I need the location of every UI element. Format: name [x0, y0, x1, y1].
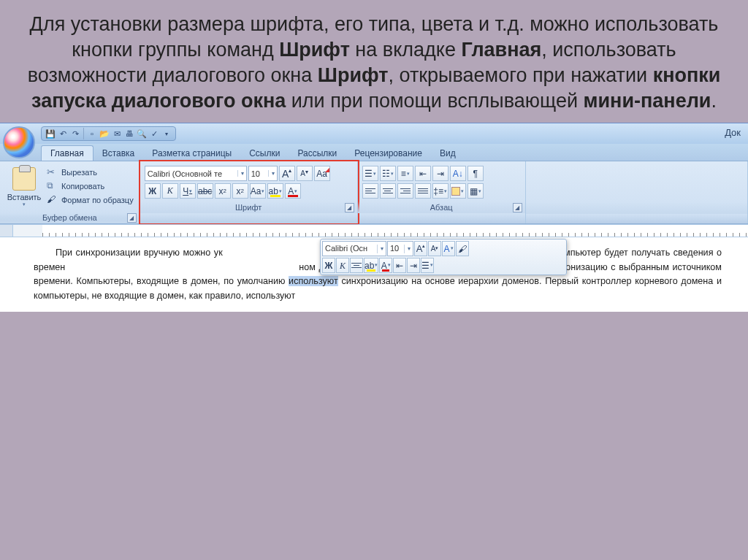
slide-description: Для установки размера шрифта, его типа, … — [16, 12, 732, 114]
bullets-button[interactable]: ☰▾ — [362, 166, 378, 181]
doc-selected-word: используют — [289, 276, 338, 286]
borders-button[interactable]: ▦▾ — [468, 183, 484, 199]
font-family-value: Calibri (Основной те — [148, 169, 222, 178]
mini-grow-font-button[interactable]: A▴ — [414, 241, 427, 256]
ribbon: Вставить ▾ Вырезать Копировать Формат по… — [0, 161, 748, 224]
format-painter-button[interactable]: Формат по образцу — [45, 193, 135, 207]
align-left-button[interactable] — [362, 183, 378, 199]
mini-bold-button[interactable]: Ж — [322, 258, 335, 273]
cut-button[interactable]: Вырезать — [45, 166, 135, 179]
mini-styles-button[interactable]: A▾ — [442, 241, 455, 256]
align-center-button[interactable] — [380, 183, 396, 199]
clipboard-icon — [12, 167, 36, 191]
paragraph-dialog-launcher[interactable]: ◢ — [513, 203, 522, 212]
increase-indent-button[interactable]: ⇥ — [432, 166, 449, 181]
qat-open-icon[interactable]: 📂 — [99, 128, 110, 139]
sort-button[interactable]: A↓ — [450, 166, 466, 181]
font-color-button[interactable]: A▾ — [285, 183, 301, 199]
bold-button[interactable]: Ж — [145, 183, 161, 199]
tab-pagelayout[interactable]: Разметка страницы — [143, 146, 240, 161]
ribbon-tabs: Главная Вставка Разметка страницы Ссылки… — [0, 144, 748, 161]
mini-font-family-combo[interactable]: Calibri (Осн▾ — [322, 241, 386, 256]
mini-font-size-combo[interactable]: 10▾ — [387, 241, 413, 256]
qat-save-icon[interactable]: 💾 — [45, 128, 56, 139]
decrease-indent-button[interactable]: ⇤ — [415, 166, 431, 181]
italic-button[interactable]: К — [162, 183, 178, 199]
mini-format-painter-button[interactable]: 🖌 — [456, 241, 469, 256]
grow-font-button[interactable]: A▴ — [279, 166, 295, 181]
titlebar: 💾 ↶ ↷ ▫ 📂 ✉ 🖶 🔍 ✓ ▾ Док — [0, 123, 748, 144]
mini-decrease-indent-button[interactable]: ⇤ — [393, 258, 406, 273]
qat-dropdown-icon[interactable]: ▾ — [161, 128, 172, 139]
superscript-button[interactable]: x2 — [232, 183, 248, 199]
copy-icon — [47, 180, 58, 192]
mini-increase-indent-button[interactable]: ⇥ — [407, 258, 420, 273]
tab-home[interactable]: Главная — [41, 145, 94, 161]
document-area[interactable]: Calibri (Осн▾ 10▾ A▴ A▾ A▾ 🖌 Ж К ab▾ A▾ … — [0, 237, 748, 312]
cut-label: Вырезать — [61, 168, 97, 177]
qat-preview-icon[interactable]: 🔍 — [136, 128, 148, 139]
copy-label: Копировать — [61, 182, 104, 191]
font-size-combo[interactable]: 10▾ — [248, 166, 278, 181]
ruler[interactable] — [0, 224, 748, 237]
qat-email-icon[interactable]: ✉ — [111, 128, 123, 139]
strike-button[interactable]: abc — [197, 183, 213, 199]
paste-label: Вставить — [7, 193, 42, 202]
subscript-button[interactable]: x2 — [215, 183, 231, 199]
tab-view[interactable]: Вид — [431, 146, 465, 161]
format-painter-label: Формат по образцу — [61, 196, 134, 204]
quick-access-toolbar: 💾 ↶ ↷ ▫ 📂 ✉ 🖶 🔍 ✓ ▾ — [41, 126, 176, 141]
highlight-button[interactable]: ab▾ — [267, 183, 283, 199]
chevron-down-icon: ▾ — [237, 170, 244, 177]
change-case-button[interactable]: Aa▾ — [250, 183, 266, 199]
group-paragraph: ☰▾ ☷▾ ≡▾ ⇤ ⇥ A↓ ¶ ‡≡▾ ▾ ▦▾ — [358, 161, 526, 223]
mini-bullets-button[interactable]: ☰▾ — [421, 258, 434, 273]
numbering-button[interactable]: ☷▾ — [380, 166, 396, 181]
justify-button[interactable] — [415, 183, 431, 199]
clipboard-dialog-launcher[interactable]: ◢ — [127, 213, 137, 223]
shrink-font-button[interactable]: A▾ — [297, 166, 313, 181]
mini-shrink-font-button[interactable]: A▾ — [428, 241, 441, 256]
mini-align-center-button[interactable] — [350, 258, 363, 273]
group-label-styles — [526, 202, 747, 214]
multilevel-list-button[interactable]: ≡▾ — [397, 166, 413, 181]
line-spacing-button[interactable]: ‡≡▾ — [432, 183, 449, 199]
chevron-down-icon: ▾ — [268, 170, 275, 177]
qat-redo-icon[interactable]: ↷ — [69, 128, 81, 139]
tab-mailings[interactable]: Рассылки — [289, 146, 346, 161]
mini-italic-button[interactable]: К — [336, 258, 349, 273]
mini-toolbar: Calibri (Осн▾ 10▾ A▴ A▾ A▾ 🖌 Ж К ab▾ A▾ … — [320, 239, 567, 275]
group-label-paragraph: Абзац ◢ — [358, 202, 525, 213]
word-window: 💾 ↶ ↷ ▫ 📂 ✉ 🖶 🔍 ✓ ▾ Док Главная Вставка … — [0, 123, 748, 312]
paste-button[interactable]: Вставить ▾ — [4, 166, 44, 209]
doc-text-1: При синхронизации вручную можно ук — [56, 248, 223, 258]
group-clipboard: Вставить ▾ Вырезать Копировать Формат по… — [0, 161, 140, 223]
mini-font-color-button[interactable]: A▾ — [379, 258, 392, 273]
group-label-font: Шрифт ◢ — [140, 202, 357, 213]
qat-separator — [83, 128, 84, 139]
shading-button[interactable]: ▾ — [450, 183, 466, 199]
font-size-value: 10 — [251, 169, 260, 178]
tab-references[interactable]: Ссылки — [240, 146, 289, 161]
group-styles-cutoff — [526, 161, 748, 223]
underline-button[interactable]: Ч▾ — [180, 183, 196, 199]
qat-print-icon[interactable]: 🖶 — [123, 128, 135, 139]
clear-format-button[interactable]: Aa◢ — [314, 166, 330, 181]
show-marks-button[interactable]: ¶ — [468, 166, 484, 181]
copy-button[interactable]: Копировать — [45, 180, 135, 193]
mini-highlight-button[interactable]: ab▾ — [364, 258, 378, 273]
tab-review[interactable]: Рецензирование — [346, 146, 431, 161]
group-label-clipboard: Буфер обмена ◢ — [0, 212, 140, 223]
scissors-icon — [47, 166, 58, 178]
font-dialog-launcher[interactable]: ◢ — [345, 203, 354, 212]
brush-icon — [47, 194, 58, 206]
qat-undo-icon[interactable]: ↶ — [57, 128, 69, 139]
tab-insert[interactable]: Вставка — [94, 146, 144, 161]
qat-new-icon[interactable]: ▫ — [86, 128, 98, 139]
align-right-button[interactable] — [397, 183, 413, 199]
group-font: Calibri (Основной те▾ 10▾ A▴ A▾ Aa◢ Ж К … — [140, 161, 358, 223]
qat-spell-icon[interactable]: ✓ — [148, 128, 160, 139]
font-family-combo[interactable]: Calibri (Основной те▾ — [145, 166, 247, 181]
doc-title: Док — [725, 127, 741, 138]
